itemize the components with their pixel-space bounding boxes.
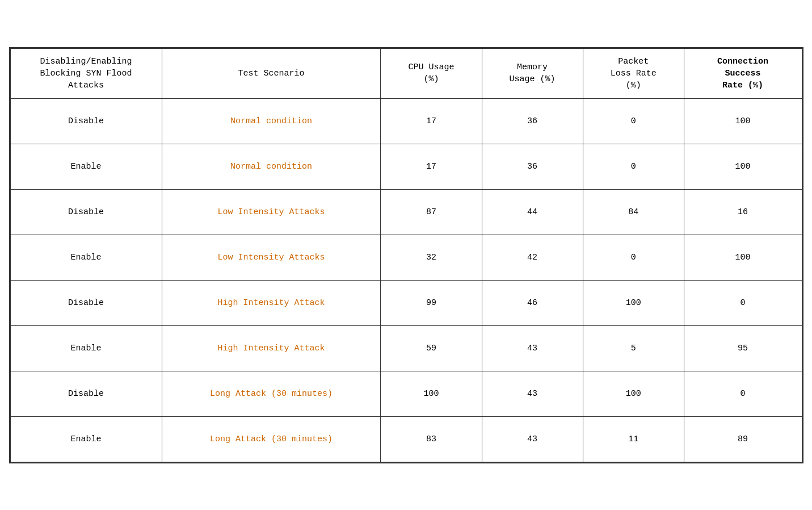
cell-packet: 84: [583, 189, 684, 235]
header-status: Disabling/Enabling Blocking SYN Flood At…: [10, 48, 162, 98]
cell-connection: 100: [684, 144, 802, 189]
cell-packet: 0: [583, 98, 684, 144]
cell-connection: 0: [684, 371, 802, 416]
cell-cpu: 100: [381, 371, 482, 416]
cell-memory: 36: [482, 144, 583, 189]
header-memory: Memory Usage (%): [482, 48, 583, 98]
cell-scenario: Normal condition: [162, 98, 381, 144]
cell-memory: 44: [482, 189, 583, 235]
table-row: DisableNormal condition17360100: [10, 98, 802, 144]
main-table-wrapper: Disabling/Enabling Blocking SYN Flood At…: [9, 47, 803, 463]
cell-status: Disable: [10, 280, 162, 325]
cell-scenario: Low Intensity Attacks: [162, 189, 381, 235]
cell-scenario: High Intensity Attack: [162, 280, 381, 325]
header-scenario: Test Scenario: [162, 48, 381, 98]
table-row: EnableNormal condition17360100: [10, 144, 802, 189]
cell-memory: 43: [482, 416, 583, 462]
cell-packet: 100: [583, 280, 684, 325]
cell-cpu: 17: [381, 98, 482, 144]
cell-scenario: Low Intensity Attacks: [162, 235, 381, 280]
data-table: Disabling/Enabling Blocking SYN Flood At…: [10, 48, 802, 462]
cell-packet: 0: [583, 144, 684, 189]
cell-packet: 100: [583, 371, 684, 416]
table-row: DisableHigh Intensity Attack99461000: [10, 280, 802, 325]
cell-memory: 36: [482, 98, 583, 144]
cell-cpu: 32: [381, 235, 482, 280]
cell-connection: 95: [684, 325, 802, 371]
cell-connection: 16: [684, 189, 802, 235]
cell-packet: 11: [583, 416, 684, 462]
header-packet: Packet Loss Rate (%): [583, 48, 684, 98]
table-row: DisableLong Attack (30 minutes)100431000: [10, 371, 802, 416]
cell-cpu: 17: [381, 144, 482, 189]
table-row: EnableLow Intensity Attacks32420100: [10, 235, 802, 280]
header-cpu: CPU Usage (%): [381, 48, 482, 98]
cell-status: Enable: [10, 235, 162, 280]
cell-scenario: Long Attack (30 minutes): [162, 416, 381, 462]
cell-packet: 0: [583, 235, 684, 280]
table-row: DisableLow Intensity Attacks87448416: [10, 189, 802, 235]
cell-cpu: 87: [381, 189, 482, 235]
header-connection: Connection Success Rate (%): [684, 48, 802, 98]
cell-status: Enable: [10, 416, 162, 462]
cell-status: Enable: [10, 144, 162, 189]
cell-memory: 43: [482, 371, 583, 416]
cell-status: Disable: [10, 189, 162, 235]
cell-cpu: 83: [381, 416, 482, 462]
cell-scenario: High Intensity Attack: [162, 325, 381, 371]
cell-scenario: Long Attack (30 minutes): [162, 371, 381, 416]
cell-connection: 89: [684, 416, 802, 462]
table-row: EnableLong Attack (30 minutes)83431189: [10, 416, 802, 462]
cell-cpu: 99: [381, 280, 482, 325]
cell-connection: 100: [684, 98, 802, 144]
cell-memory: 43: [482, 325, 583, 371]
cell-status: Disable: [10, 371, 162, 416]
cell-memory: 46: [482, 280, 583, 325]
cell-packet: 5: [583, 325, 684, 371]
table-row: EnableHigh Intensity Attack5943595: [10, 325, 802, 371]
cell-cpu: 59: [381, 325, 482, 371]
cell-status: Disable: [10, 98, 162, 144]
cell-scenario: Normal condition: [162, 144, 381, 189]
cell-connection: 0: [684, 280, 802, 325]
cell-status: Enable: [10, 325, 162, 371]
cell-memory: 42: [482, 235, 583, 280]
cell-connection: 100: [684, 235, 802, 280]
